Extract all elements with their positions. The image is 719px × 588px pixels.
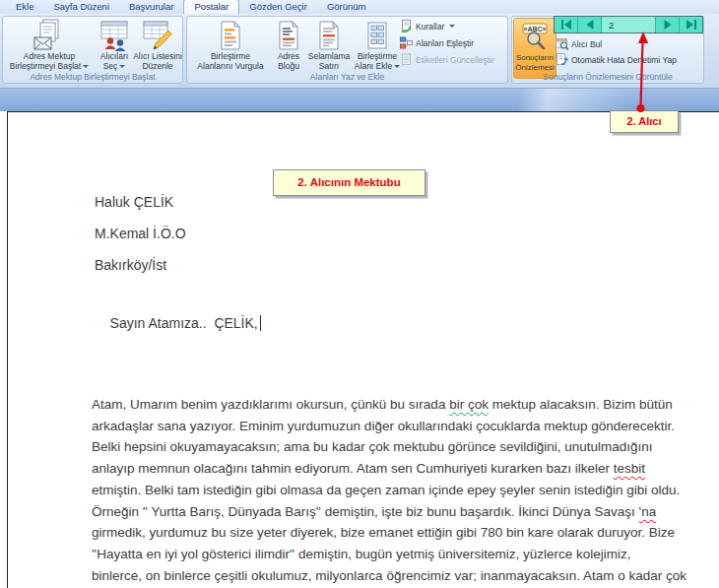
dropdown-arrow-icon bbox=[449, 25, 455, 28]
letter-callout: 2. Alıcının Mektubu bbox=[273, 169, 425, 196]
document-text-line[interactable]: binlerce, on binlerce çeşitli okulumuz, … bbox=[92, 565, 686, 587]
first-record-button[interactable] bbox=[555, 17, 578, 33]
select-recipients-icon bbox=[98, 19, 131, 52]
document-text-line[interactable]: arkadaşlar sana yazıyor. Eminim yurdumuz… bbox=[92, 416, 686, 437]
salutation-line[interactable]: Sayın Atamıza.. ÇELİK, bbox=[95, 299, 261, 347]
record-navigation: 2 bbox=[554, 16, 703, 33]
svg-text:«ABC»: «ABC» bbox=[524, 26, 547, 33]
rules-icon bbox=[400, 20, 413, 33]
rules-button[interactable]: Kurallar bbox=[400, 20, 508, 33]
highlight-merge-fields-button[interactable]: Birleştirme Alanlarını Vurgula bbox=[189, 18, 272, 72]
find-recipient-icon bbox=[556, 37, 568, 50]
document-text-line[interactable]: etmiştin. Belki tam istediğin gibi olmas… bbox=[92, 480, 686, 501]
greeting-line-icon bbox=[316, 19, 342, 52]
tab-gorunum[interactable]: Görünüm bbox=[317, 0, 376, 14]
preview-results-button[interactable]: «ABC» Sonuçların Önizlemesi bbox=[513, 18, 556, 79]
document-text-line[interactable]: anlayıp memnun olacağını tahmin ediyorum… bbox=[92, 458, 686, 480]
tab-postalar[interactable]: Postalar bbox=[183, 0, 239, 14]
tab-basvurular[interactable]: Başvurular bbox=[119, 0, 183, 14]
group-label: Sonuçların Önizlemesini Görüntüle bbox=[512, 71, 703, 83]
insert-merge-field-icon bbox=[364, 19, 390, 52]
group-label: Adres Mektup Birleştirmeyi Başlat bbox=[3, 71, 182, 83]
match-fields-button[interactable]: Alanları Eşleştir bbox=[400, 36, 508, 49]
insert-merge-field-button[interactable]: Birleştirme Alanı Ekle bbox=[353, 18, 402, 72]
dropdown-arrow-icon bbox=[119, 65, 125, 68]
group-write-insert-fields: Birleştirme Alanlarını Vurgula bbox=[186, 16, 508, 84]
address-block-button[interactable]: Adres Bloğu bbox=[272, 18, 305, 72]
recipient-callout: 2. Alıcı bbox=[610, 110, 679, 133]
recipient-school-line[interactable]: M.Kemal İ.Ö.O bbox=[95, 226, 186, 241]
address-block-icon bbox=[276, 19, 301, 52]
edit-recipient-list-button[interactable]: Alıcı Listesini Düzenle bbox=[133, 18, 182, 72]
recipient-city-line[interactable]: Bakırköy/İst bbox=[95, 257, 166, 273]
recipient-name-line[interactable]: Haluk ÇELİK bbox=[95, 194, 173, 210]
preview-results-icon: «ABC» bbox=[521, 20, 549, 53]
group-label: Alanları Yaz ve Ekle bbox=[187, 71, 507, 83]
document-text-line[interactable]: Örneğin '' Yurtta Barış, Dünyada Barış''… bbox=[92, 501, 686, 523]
greeting-line-button[interactable]: Selamlama Satırı bbox=[305, 18, 353, 72]
document-text-line[interactable]: Atam, Umarım benim yazdıklarımı okursun,… bbox=[92, 394, 686, 416]
dropdown-arrow-icon bbox=[83, 65, 89, 68]
auto-check-errors-button[interactable]: Otomatik Hata Denetimi Yap bbox=[556, 53, 677, 66]
document-text-line[interactable]: ''Hayatta en iyi yol gösterici ilimdir''… bbox=[92, 544, 686, 565]
last-record-button[interactable] bbox=[680, 17, 702, 33]
start-mail-merge-icon bbox=[33, 19, 66, 52]
update-labels-button[interactable]: Etiketleri Güncelleştir bbox=[400, 53, 508, 66]
text-cursor bbox=[260, 315, 261, 331]
document-text-line[interactable]: Belki hepsini okuyamayacaksın; ama bu ka… bbox=[92, 436, 686, 458]
document-text-line[interactable]: girmedik, yurdumuz bu size yeter diyerek… bbox=[92, 522, 686, 544]
select-recipients-button[interactable]: Alıcıları Seç bbox=[96, 18, 133, 72]
previous-record-button[interactable] bbox=[578, 17, 602, 33]
match-fields-icon bbox=[400, 36, 413, 49]
record-number-input[interactable]: 2 bbox=[602, 17, 656, 33]
group-preview-results: «ABC» Sonuçların Önizlemesi 2 bbox=[511, 16, 704, 84]
tab-ekle[interactable]: Ekle bbox=[6, 0, 43, 14]
edit-recipient-list-icon bbox=[141, 19, 174, 52]
auto-check-errors-icon bbox=[556, 53, 568, 66]
word-window: Ekle Sayfa Düzeni Başvurular Postalar Gö… bbox=[0, 0, 719, 588]
start-mail-merge-button[interactable]: Adres Mektup Birleştirmeyi Başlat bbox=[3, 18, 96, 72]
ribbon: Adres Mektup Birleştirmeyi Başlat bbox=[0, 14, 719, 89]
document-body-paragraph[interactable]: Atam, Umarım benim yazdıklarımı okursun,… bbox=[92, 394, 686, 588]
ribbon-tab-bar: Ekle Sayfa Düzeni Başvurular Postalar Gö… bbox=[0, 0, 719, 14]
tab-sayfa-duzeni[interactable]: Sayfa Düzeni bbox=[43, 0, 119, 14]
window-background-band bbox=[0, 89, 719, 111]
next-record-button[interactable] bbox=[656, 17, 680, 33]
tab-gozden-gecir[interactable]: Gözden Geçir bbox=[239, 0, 317, 14]
update-labels-icon bbox=[400, 53, 413, 66]
highlight-merge-fields-icon bbox=[218, 19, 243, 52]
find-recipient-button[interactable]: Alıcı Bul bbox=[556, 37, 602, 50]
group-start-mail-merge: Adres Mektup Birleştirmeyi Başlat bbox=[2, 16, 183, 84]
